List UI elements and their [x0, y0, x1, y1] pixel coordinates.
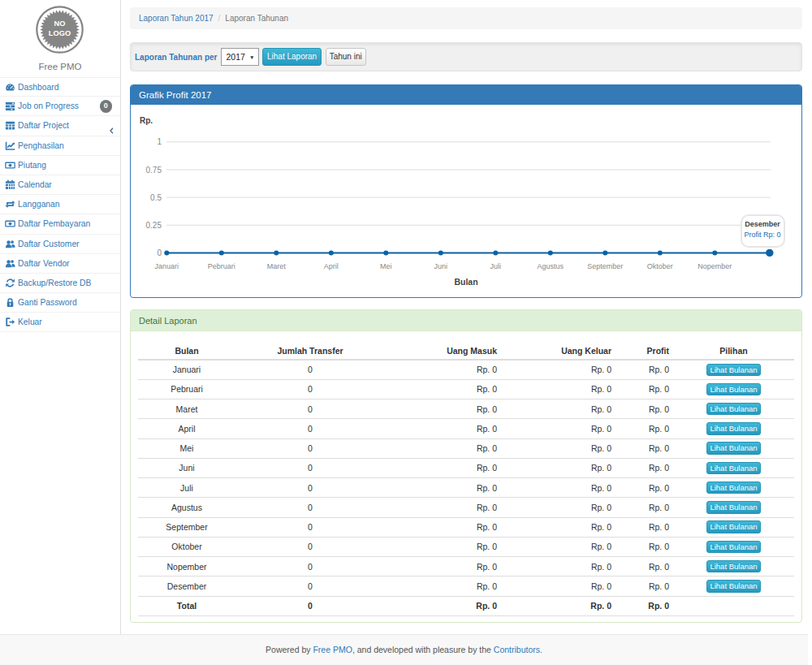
svg-text:NO: NO	[54, 19, 65, 28]
svg-text:Pebruari: Pebruari	[208, 262, 235, 270]
svg-text:0: 0	[157, 248, 162, 257]
svg-text:LOGO: LOGO	[48, 28, 70, 37]
svg-text:0.25: 0.25	[146, 221, 162, 230]
svg-text:Nopember: Nopember	[698, 262, 732, 270]
svg-text:Oktober: Oktober	[647, 262, 673, 270]
svg-text:Januari: Januari	[155, 262, 179, 270]
svg-text:Agustus: Agustus	[538, 262, 564, 270]
svg-text:April: April	[324, 262, 339, 270]
svg-text:Juni: Juni	[434, 262, 448, 270]
svg-text:0.75: 0.75	[146, 166, 162, 175]
svg-text:Maret: Maret	[267, 262, 287, 270]
svg-text:0.5: 0.5	[150, 193, 162, 202]
svg-text:September: September	[587, 262, 623, 270]
svg-text:Mei: Mei	[380, 262, 392, 270]
svg-text:1: 1	[157, 137, 162, 146]
svg-text:Juli: Juli	[490, 262, 502, 270]
